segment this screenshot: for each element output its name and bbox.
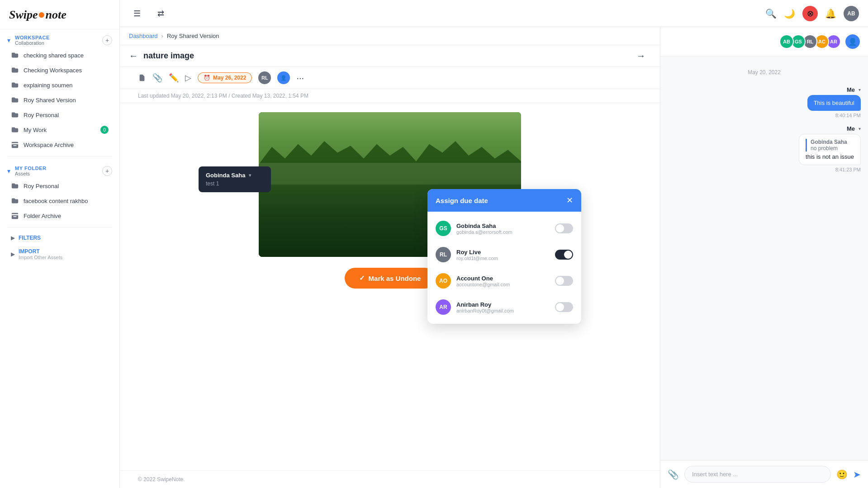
workspace-sub: Collaboration	[15, 40, 50, 46]
refresh-button[interactable]: ⇄	[152, 5, 169, 22]
doc-toolbar-attach-icon[interactable]: 📎	[152, 73, 162, 83]
user-info-ar: Anirban Roy anirbanRoy0t@gmail.com	[456, 301, 550, 313]
sidebar-item-roy-personal-ws[interactable]: Roy Personal ···	[4, 108, 116, 122]
user-email-rl: roy.old1t@me.com	[456, 256, 550, 261]
myfolder-label: MY FOLDER	[15, 166, 47, 171]
sidebar-item-label: Roy Personal	[24, 183, 101, 190]
sidebar-item-checking-workspaces[interactable]: Checking Workspaces ···	[4, 63, 116, 77]
doc-user-avatar-blue: 👤	[277, 71, 290, 84]
sidebar-item-roy-personal-f[interactable]: Roy Personal ···	[4, 179, 116, 193]
chat-message-2: Me ▾ Gobinda Sahano problem this is not …	[799, 125, 861, 172]
workspace-label: WORKSPACE	[15, 35, 50, 40]
sidebar-item-facebook-content[interactable]: facebook content rakhbo ···	[4, 194, 116, 208]
assign-popup-body: GS Gobinda Saha gobinda.s@errorsoft.com …	[427, 212, 581, 324]
sidebar-item-roy-shared[interactable]: Roy Shared Version ···	[4, 93, 116, 107]
clock-icon: ⏰	[204, 75, 210, 81]
user-email-ao: accountone@gmail.com	[456, 282, 550, 287]
user-popup-sub: test 1	[206, 180, 264, 187]
breadcrumb: Dashboard › Roy Shared Version	[120, 27, 660, 45]
topbar-right: 🔍 🌙 ⊗ 🔔 AB	[765, 6, 859, 21]
user-info-gs: Gobinda Saha gobinda.s@errorsoft.com	[456, 223, 550, 235]
sidebar-item-explaining-soumen[interactable]: explaining soumen ···	[4, 78, 116, 92]
doc-user-avatar-rl: RL	[258, 71, 271, 84]
sidebar-item-label: checking shared space	[24, 52, 101, 59]
chevron-right-icon: ▶	[11, 235, 15, 241]
user-info-rl: Roy Live roy.old1t@me.com	[456, 249, 550, 261]
menu-button[interactable]: ☰	[129, 5, 145, 22]
folder-icon	[11, 111, 19, 119]
toggle-gs[interactable]	[555, 223, 573, 233]
sidebar-item-filters[interactable]: ▶ FILTERS	[4, 232, 116, 244]
sidebar-item-workspace-archive[interactable]: Workspace Archive	[4, 137, 116, 152]
msg2-chevron-icon[interactable]: ▾	[859, 126, 861, 131]
moon-icon[interactable]: 🌙	[784, 8, 795, 19]
myfolder-collapse[interactable]: ▾ MY FOLDER Assets +	[7, 166, 112, 176]
folder-icon	[11, 81, 19, 89]
sidebar-item-label: Roy Personal	[24, 112, 101, 118]
sidebar-item-label: facebook content rakhbo	[24, 198, 101, 204]
user-avatar-ao: AO	[436, 273, 451, 289]
doc-meta-text: Last updated May 20, 2022, 2:13 PM / Cre…	[138, 93, 308, 99]
doc-toolbar-file-icon[interactable]	[138, 74, 146, 82]
search-icon[interactable]: 🔍	[765, 8, 777, 19]
main-area: ☰ ⇄ 🔍 🌙 ⊗ 🔔 AB Dashboard › Roy Shared Ve…	[120, 0, 868, 488]
workspace-section: ▾ WORKSPACE Collaboration +	[0, 29, 119, 47]
doc-toolbar-edit-icon[interactable]: ✏️	[169, 73, 179, 83]
doc-forward-button[interactable]: →	[636, 51, 645, 61]
user-avatar-gs: GS	[436, 221, 451, 236]
toggle-ar[interactable]	[555, 302, 573, 312]
alert-icon[interactable]: ⊗	[802, 6, 818, 21]
doc-header: ← nature image →	[120, 45, 660, 67]
divider	[7, 227, 112, 227]
sidebar-item-folder-archive[interactable]: Folder Archive	[4, 208, 116, 223]
sidebar-item-checking-shared[interactable]: checking shared space ···	[4, 48, 116, 62]
assign-user-row-rl: RL Roy Live roy.old1t@me.com	[427, 242, 581, 268]
msg1-sender: Me	[847, 86, 855, 93]
doc-toolbar-play-icon[interactable]: ▷	[185, 73, 191, 83]
msg1-chevron-icon[interactable]: ▾	[859, 87, 861, 92]
msg1-bubble: This is beautiful	[807, 95, 861, 111]
sidebar-item-label: explaining soumen	[24, 82, 101, 89]
myfolder-section: ▾ MY FOLDER Assets +	[0, 160, 119, 178]
chat-emoji-button[interactable]: 🙂	[836, 469, 848, 480]
sidebar-item-label: Workspace Archive	[24, 142, 109, 148]
toggle-ao[interactable]	[555, 276, 573, 286]
chat-add-user-button[interactable]: 👤	[844, 33, 861, 50]
sidebar-item-import[interactable]: ▶ IMPORT Import Other Assets	[4, 245, 116, 263]
msg2-header: Me ▾	[799, 125, 861, 132]
assign-popup-close-button[interactable]: ✕	[566, 195, 573, 205]
mark-undone-label: Mark as Undone	[369, 275, 421, 282]
sidebar-item-my-work[interactable]: My Work 0	[4, 123, 116, 137]
workspace-add-button[interactable]: +	[102, 35, 112, 45]
workspace-items-list: checking shared space ··· Checking Works…	[0, 47, 119, 152]
user-name-gs: Gobinda Saha	[456, 223, 550, 229]
sidebar-item-label: Roy Shared Version	[24, 97, 101, 104]
msg2-sender: Me	[847, 125, 855, 132]
toggle-rl[interactable]	[555, 250, 573, 260]
assign-popup-header: Assign due date ✕	[427, 189, 581, 212]
doc-back-button[interactable]: ←	[129, 51, 138, 61]
mark-undone-button[interactable]: ✓ Mark as Undone	[345, 268, 436, 289]
checkmark-icon: ✓	[359, 274, 365, 282]
breadcrumb-current: Roy Shared Version	[167, 33, 219, 39]
doc-toolbar-more-icon[interactable]: ···	[296, 73, 304, 83]
msg1-header: Me ▾	[807, 86, 861, 93]
doc-meta: Last updated May 20, 2022, 2:13 PM / Cre…	[120, 89, 660, 103]
breadcrumb-dashboard[interactable]: Dashboard	[129, 33, 158, 39]
chat-message-1: Me ▾ This is beautiful 8:40:14 PM	[807, 86, 861, 118]
myfolder-add-button[interactable]: +	[102, 166, 112, 176]
folder-icon	[11, 96, 19, 104]
user-avatar[interactable]: AB	[844, 6, 859, 21]
chat-input[interactable]	[684, 466, 831, 483]
myfolder-sub: Assets	[15, 171, 47, 176]
chat-send-button[interactable]: ➤	[853, 469, 861, 480]
archive-icon	[11, 141, 19, 149]
notification-icon[interactable]: 🔔	[825, 8, 836, 19]
collapse-icon: ▾	[7, 167, 10, 175]
user-popup: Gobinda Saha ▾ test 1	[199, 166, 271, 192]
sidebar-item-label: Folder Archive	[24, 213, 109, 219]
chat-attach-button[interactable]: 📎	[668, 469, 679, 480]
doc-date-badge[interactable]: ⏰ May 26, 2022	[198, 72, 252, 83]
workspace-collapse[interactable]: ▾ WORKSPACE Collaboration +	[7, 35, 112, 46]
user-email-ar: anirbanRoy0t@gmail.com	[456, 308, 550, 313]
